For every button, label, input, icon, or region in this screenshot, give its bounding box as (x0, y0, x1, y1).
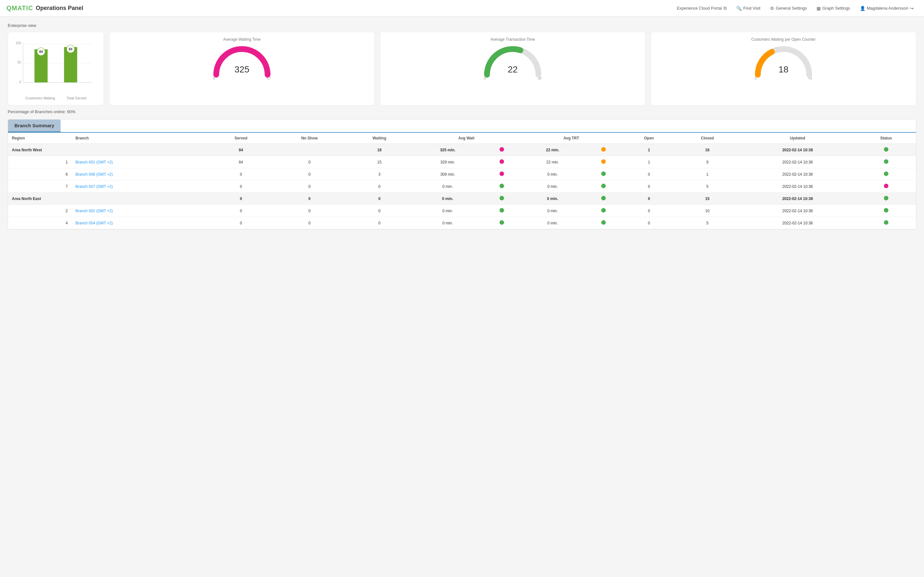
branch-closed: 5 (676, 181, 739, 193)
gauge-customers-waiting-title: Customers Waiting per Open Counter (751, 37, 816, 42)
branch-status-dot (856, 217, 916, 229)
bar-chart-labels: Customers Waiting Total Served (13, 96, 99, 100)
bar-chart-area: 100 50 0 84 84 (13, 37, 99, 95)
svg-text:100: 100 (15, 41, 21, 45)
branch-avg-wait-dot (483, 217, 520, 229)
branch-status-dot (856, 181, 916, 193)
region-avg-trt-dot (585, 193, 622, 205)
svg-text:22: 22 (507, 64, 517, 74)
branch-avg-wait-dot (483, 181, 520, 193)
branch-status-dot (856, 168, 916, 181)
col-open: Open (622, 133, 676, 144)
branch-avg-trt: 0 min. (520, 217, 585, 229)
gauge-avg-trt-range: 0 30 (484, 76, 541, 80)
gauge-customers-waiting-wrapper: 18 (754, 44, 813, 76)
gauge-avg-wait-title: Average Waiting Time (223, 37, 261, 42)
branch-updated: 2022-02-14 10:38 (739, 156, 856, 168)
col-served: Served (210, 133, 272, 144)
branch-waiting: 0 (347, 205, 412, 217)
svg-text:84: 84 (69, 47, 73, 51)
region-open: 1 (622, 144, 676, 156)
branch-no-show: 0 (272, 181, 347, 193)
branch-updated: 2022-02-14 10:38 (739, 181, 856, 193)
col-closed: Closed (676, 133, 739, 144)
branch-name[interactable]: Branch 001 (GMT +2) (71, 156, 210, 168)
branch-summary-section: Branch Summary Region Branch Served No S… (8, 119, 916, 229)
branch-link[interactable]: Branch 002 (GMT +2) (75, 209, 113, 213)
svg-text:0: 0 (19, 81, 21, 84)
branch-served: 0 (210, 181, 272, 193)
branch-name[interactable]: Branch 006 (GMT +2) (71, 168, 210, 181)
nav-label: Find Visit (743, 6, 760, 11)
nav-experience-cloud[interactable]: Experience Cloud Portal ⧉ (673, 3, 730, 13)
bar-label-2: Total Served (67, 96, 86, 100)
branch-closed: 1 (676, 168, 739, 181)
percentage-text: Percentage of Branches online: 90% (8, 109, 916, 114)
region-served: 84 (210, 144, 272, 156)
region-closed: 15 (676, 193, 739, 205)
brand-name: QMATIC (6, 5, 33, 12)
branch-avg-wait: 0 min. (412, 205, 483, 217)
branch-avg-wait-dot (483, 168, 520, 181)
svg-text:18: 18 (779, 64, 788, 74)
region-name: Area North West (8, 144, 210, 156)
branch-avg-trt: 0 min. (520, 181, 585, 193)
branch-avg-wait-dot (483, 156, 520, 168)
region-open: 0 (622, 193, 676, 205)
branch-link[interactable]: Branch 006 (GMT +2) (75, 172, 113, 177)
gauge-customers-waiting-svg: 18 (754, 44, 813, 76)
branch-avg-wait: 309 min. (412, 168, 483, 181)
branch-number: 1 (8, 156, 71, 168)
svg-text:50: 50 (17, 61, 21, 64)
nav-user[interactable]: 👤 Magdalena Andersson ↪ (856, 4, 918, 13)
region-updated: 2022-02-14 10:38 (739, 193, 856, 205)
branch-link[interactable]: Branch 007 (GMT +2) (75, 184, 113, 189)
col-updated: Updated (739, 133, 856, 144)
bar-label-1: Customers Waiting (25, 96, 55, 100)
branch-waiting: 15 (347, 156, 412, 168)
region-avg-wait: 0 min. (412, 193, 483, 205)
region-avg-trt-dot (585, 144, 622, 156)
user-icon: 👤 (860, 6, 865, 11)
region-avg-wait-dot (483, 193, 520, 205)
nav-find-visit[interactable]: 🔍 Find Visit (732, 4, 764, 13)
branch-name[interactable]: Branch 002 (GMT +2) (71, 205, 210, 217)
header-nav: Experience Cloud Portal ⧉ 🔍 Find Visit ⚙… (673, 3, 918, 13)
header: QMATIC Operations Panel Experience Cloud… (0, 0, 924, 17)
branch-served: 0 (210, 205, 272, 217)
nav-general-settings[interactable]: ⚙ General Settings (766, 4, 811, 13)
table-row-branch: 6 Branch 006 (GMT +2) 0 0 3 309 min. 0 m… (8, 168, 916, 181)
branch-waiting: 0 (347, 181, 412, 193)
branch-served: 0 (210, 168, 272, 181)
nav-graph-settings[interactable]: ▦ Graph Settings (813, 4, 854, 13)
branch-number: 2 (8, 205, 71, 217)
branch-served: 84 (210, 156, 272, 168)
table-row-branch: 1 Branch 001 (GMT +2) 84 0 15 329 min. 2… (8, 156, 916, 168)
search-icon: 🔍 (736, 6, 742, 11)
branch-status-dot (856, 205, 916, 217)
region-avg-trt: 0 min. (520, 193, 585, 205)
branch-closed: 10 (676, 205, 739, 217)
branch-open: 0 (622, 168, 676, 181)
branch-name[interactable]: Branch 007 (GMT +2) (71, 181, 210, 193)
branch-name[interactable]: Branch 004 (GMT +2) (71, 217, 210, 229)
branch-link[interactable]: Branch 001 (GMT +2) (75, 160, 113, 164)
col-no-show: No Show (272, 133, 347, 144)
region-waiting: 0 (347, 193, 412, 205)
nav-label: General Settings (776, 6, 807, 11)
table-row-branch: 7 Branch 007 (GMT +2) 0 0 0 0 min. 0 min… (8, 181, 916, 193)
gauge-avg-wait-card: Average Waiting Time 325 0 67 (109, 32, 375, 105)
table-row-region: Area North West 84 18 325 min. 22 min. 1… (8, 144, 916, 156)
table-row-branch: 2 Branch 002 (GMT +2) 0 0 0 0 min. 0 min… (8, 205, 916, 217)
branch-open: 0 (622, 181, 676, 193)
branch-avg-trt: 0 min. (520, 205, 585, 217)
svg-text:84: 84 (39, 50, 43, 53)
main-content: Enterprise view 100 50 0 (0, 17, 924, 236)
branch-link[interactable]: Branch 004 (GMT +2) (75, 221, 113, 226)
enterprise-view-title: Enterprise view (8, 23, 916, 28)
col-waiting: Waiting (347, 133, 412, 144)
branch-summary-header: Branch Summary (8, 119, 61, 132)
gauge-avg-trt-card: Average Transaction Time 22 0 30 (380, 32, 646, 105)
branch-no-show: 0 (272, 205, 347, 217)
region-name: Area North East (8, 193, 210, 205)
